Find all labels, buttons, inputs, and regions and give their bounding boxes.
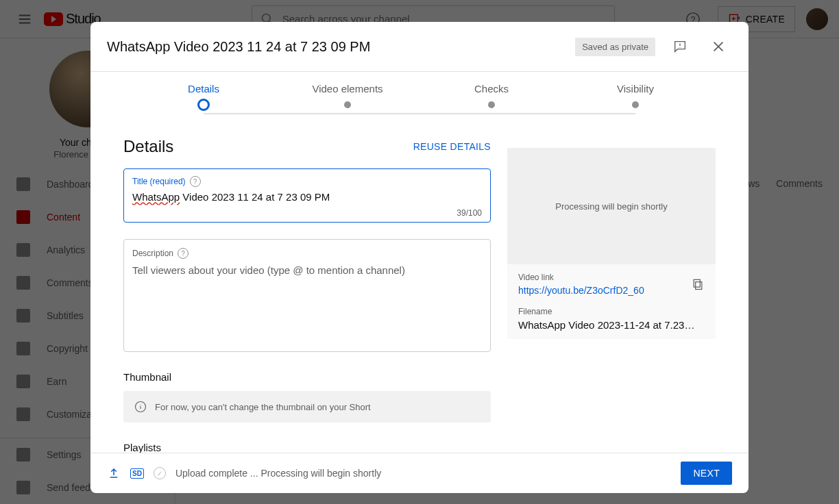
close-button[interactable] <box>705 33 732 38</box>
feedback-button[interactable] <box>666 33 694 38</box>
dialog-header: WhatsApp Video 2023 11 24 at 7 23 09 PM … <box>90 22 749 38</box>
modal-overlay: WhatsApp Video 2023 11 24 at 7 23 09 PM … <box>0 0 839 38</box>
saved-badge: Saved as private <box>575 38 655 39</box>
upload-dialog: WhatsApp Video 2023 11 24 at 7 23 09 PM … <box>90 22 749 38</box>
